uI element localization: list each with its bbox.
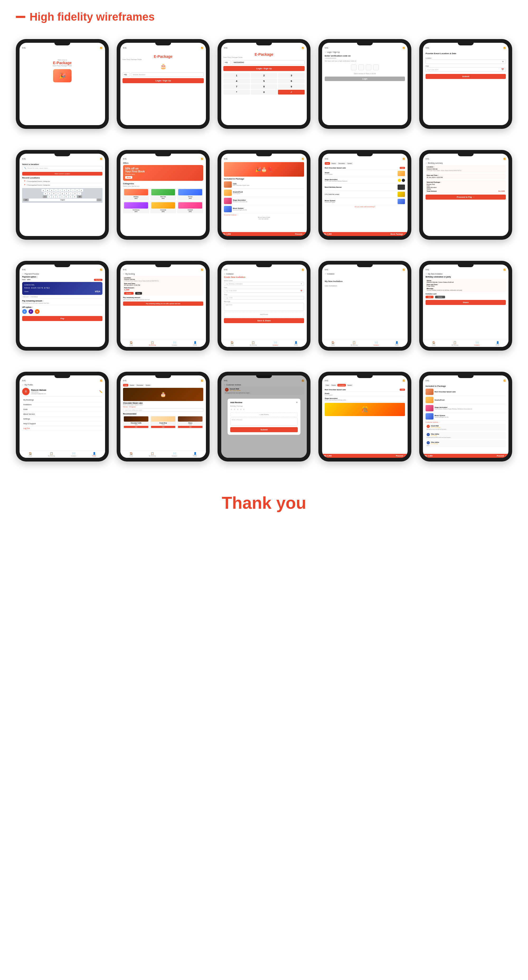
category-newyear[interactable]: New Yearparty <box>150 188 177 200</box>
message-input[interactable]: type here <box>224 303 304 311</box>
tab-cake[interactable]: Cake <box>123 384 128 387</box>
login-signup-button[interactable]: Login / Sign Up <box>122 78 204 83</box>
numpad-3[interactable]: 3 <box>278 73 305 78</box>
nav-profile[interactable]: 👤 Profile <box>395 341 399 346</box>
time-input[interactable]: e.g. 4 PM <box>224 296 304 300</box>
nav-home[interactable]: 🏠 Home <box>129 452 133 457</box>
nav-profile[interactable]: 👤 Profile <box>193 452 197 457</box>
save-share-btn[interactable]: Save & Share <box>224 318 304 323</box>
logout-item[interactable]: Log Out <box>22 426 102 431</box>
submit-review-btn[interactable]: Submit <box>230 427 297 432</box>
nav-invitation[interactable]: ✉️ Invitation <box>474 341 480 346</box>
category-anniversary[interactable]: Anniversaryparty <box>123 201 149 213</box>
numpad-7[interactable]: 7 <box>223 84 250 89</box>
my-inv-label[interactable]: My New Invitation <box>325 280 405 283</box>
search-box[interactable]: 🔍 Recent for area, street name... <box>22 166 102 170</box>
modal-close-btn[interactable]: ✕ <box>296 401 298 404</box>
invite-item[interactable]: Invite <box>22 407 102 412</box>
numpad-6[interactable]: 6 <box>278 79 305 83</box>
back-nav[interactable]: ← Booking summary <box>426 162 506 164</box>
edit-btn[interactable]: Edit <box>426 296 434 298</box>
nav-invitation[interactable]: ✉️ Invitation <box>172 341 177 346</box>
back-nav[interactable]: ← My booking <box>123 273 203 275</box>
nav-profile[interactable]: 👤 Profile <box>92 452 96 457</box>
numpad-9[interactable]: 9 <box>278 84 305 89</box>
proceed-btn[interactable]: Proceed → <box>396 455 406 457</box>
nav-home[interactable]: 🏠 Home <box>331 341 334 346</box>
category-farewell[interactable]: Farewellparty <box>177 201 203 213</box>
mobile-number-input[interactable]: Mobile Number <box>131 72 204 77</box>
back-nav[interactable]: ← Payment Process <box>22 273 102 275</box>
nav-home[interactable]: 🏠 Home <box>230 341 234 346</box>
tab-snacks[interactable]: Snacks <box>331 384 337 387</box>
add-photos-btn[interactable]: Add Photos <box>224 312 304 317</box>
location-item-1[interactable]: 📍 © Aurangabad District, Indiaputia <box>22 180 102 183</box>
nav-booking[interactable]: 📋 My Booking <box>149 452 156 457</box>
pay-remaining-btn[interactable]: Pay remaining looking you can add a spec… <box>123 302 203 306</box>
reviews-link[interactable]: Customer reviews → <box>426 422 506 423</box>
proceed-btn[interactable]: Proceed → <box>295 233 305 235</box>
pay-button[interactable]: Pay <box>22 316 102 321</box>
offer-book-btn[interactable]: Book <box>125 176 132 179</box>
otp-input-boxes[interactable] <box>325 64 405 70</box>
old-inv-label[interactable]: Old Invitation <box>325 285 405 287</box>
date-input[interactable]: e.g. 5 Jan 2023 📅 <box>426 67 506 72</box>
add-card[interactable]: + Add card <box>22 296 29 298</box>
invitations-item[interactable]: Invitations <box>22 402 102 407</box>
country-prefix[interactable]: +91 <box>223 60 231 65</box>
nav-profile[interactable]: 👤 Profile <box>496 341 499 346</box>
nav-booking[interactable]: 📋 My Booking <box>48 452 55 457</box>
numpad-8[interactable]: 8 <box>251 84 277 89</box>
submit-button[interactable]: Submit <box>426 74 506 79</box>
date-input[interactable]: e.g. 5 Jan 2022 📅 <box>224 289 304 293</box>
otp-box-3[interactable] <box>366 64 371 70</box>
back-nav[interactable]: ← Invitation <box>325 273 405 275</box>
nav-home[interactable]: 🏠 Home <box>129 341 133 346</box>
add-btn[interactable]: Add <box>178 426 202 428</box>
edit-icon[interactable]: ✏️ <box>99 390 102 393</box>
gpay-btn[interactable]: G <box>22 309 27 314</box>
login-signup-button[interactable]: Login / Sign Up <box>223 66 305 71</box>
numpad-star[interactable]: * <box>223 90 250 94</box>
tab-system[interactable]: System <box>145 384 151 387</box>
tab-cake[interactable]: Cake <box>325 162 330 165</box>
tab-decoration[interactable]: Decoration <box>337 162 346 165</box>
add-btn[interactable]: Add <box>151 426 176 428</box>
cake-type-input[interactable]: type here what you want... <box>123 408 203 412</box>
back-nav[interactable]: ← My New Invitation <box>426 273 506 275</box>
back-nav[interactable]: ← Invitation <box>224 273 304 275</box>
numpad-5[interactable]: 5 <box>251 79 277 83</box>
proceed-pay-btn[interactable]: Proceed to Pay → <box>426 194 506 200</box>
allow-location-btn[interactable]: Allow current Location <box>22 172 102 175</box>
phone-value[interactable]: 9405345543 <box>232 60 305 65</box>
category-corporate[interactable]: Corporateparty <box>150 201 177 213</box>
share-btn[interactable]: Share <box>426 300 506 305</box>
cake-chocolate-truffle[interactable]: Chocolate Truffle ₹890 Add <box>123 415 149 429</box>
nav-invitation[interactable]: ✉️ Invitation <box>374 341 379 346</box>
nav-profile[interactable]: 👤 Profile <box>193 341 197 346</box>
location-item-2[interactable]: 📍 © Aurangabad District, Indiaputia <box>22 183 102 187</box>
nav-invitation[interactable]: ✉️ Invitation <box>71 452 76 457</box>
offer-banner[interactable]: 50% off onYour First Book Birthday party… <box>123 165 203 181</box>
keyboard[interactable]: qwertyuiop asdfghjkl ⇧zxcvbnm⌫ 123Englis… <box>22 188 102 203</box>
nav-booking[interactable]: 📋 My Booking <box>452 341 458 346</box>
reviews-link[interactable]: Customer reviews → <box>224 214 304 216</box>
book-btn[interactable]: Book Package → <box>390 233 406 235</box>
otp-box-2[interactable] <box>358 64 364 70</box>
tab-system[interactable]: System <box>347 384 353 387</box>
settings-item[interactable]: Settings <box>22 417 102 422</box>
nav-profile[interactable]: 👤 Profile <box>294 341 298 346</box>
add-btn[interactable]: Add <box>124 426 148 428</box>
help-support-item[interactable]: Help & Support <box>22 422 102 426</box>
back-nav[interactable]: ← Login / Sign Up <box>325 51 405 53</box>
otp-box-4[interactable] <box>373 64 379 70</box>
nav-invitation[interactable]: ✉️ Invitation <box>172 452 177 457</box>
about-service-item[interactable]: About Service <box>22 412 102 417</box>
nav-home[interactable]: 🏠 Home <box>29 452 32 457</box>
cake-choco[interactable]: Choco ₹700 Add <box>177 415 203 429</box>
color-black[interactable] <box>402 179 405 182</box>
country-prefix[interactable]: +91 <box>122 72 130 77</box>
nav-booking[interactable]: 📋 My Booking <box>250 341 257 346</box>
tab-cake[interactable]: Cake <box>325 384 330 387</box>
nav-booking[interactable]: 📋 My Booking <box>149 341 156 346</box>
